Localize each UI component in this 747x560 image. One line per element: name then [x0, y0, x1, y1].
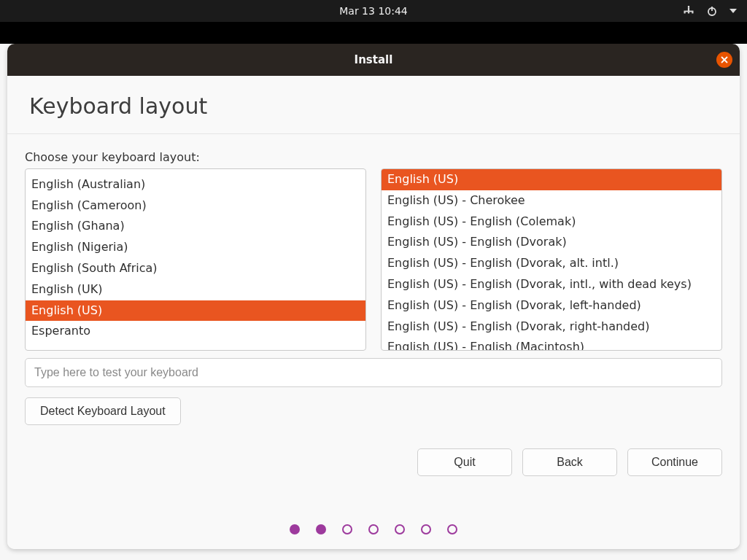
- window-close-button[interactable]: [716, 52, 732, 68]
- progress-dot: [316, 524, 326, 534]
- system-tray[interactable]: [683, 0, 737, 22]
- title-bar: Install: [7, 44, 740, 76]
- svg-rect-1: [688, 7, 689, 11]
- layout-language-item[interactable]: English (UK): [26, 279, 365, 300]
- network-icon[interactable]: [683, 5, 694, 17]
- layout-variant-item[interactable]: English (US): [382, 169, 721, 190]
- choose-layout-label: Choose your keyboard layout:: [25, 150, 722, 164]
- quit-button[interactable]: Quit: [417, 448, 512, 476]
- continue-button[interactable]: Continue: [627, 448, 722, 476]
- layout-language-item[interactable]: English (Australian): [26, 174, 365, 195]
- layout-variant-item[interactable]: English (US) - English (Dvorak, right-ha…: [382, 316, 721, 338]
- svg-rect-0: [688, 6, 689, 7]
- gnome-top-bar: Mar 13 10:44: [0, 0, 747, 22]
- layout-language-item[interactable]: English (Cameroon): [26, 195, 365, 217]
- layout-variant-list[interactable]: English (US)English (US) - CherokeeEngli…: [381, 168, 722, 351]
- layout-variant-item[interactable]: English (US) - English (Dvorak, left-han…: [382, 295, 721, 316]
- layout-language-item[interactable]: English (Nigeria): [26, 237, 365, 258]
- layout-variant-item[interactable]: English (US) - English (Dvorak, intl., w…: [382, 274, 721, 295]
- layout-variant-item[interactable]: English (US) - English (Macintosh): [382, 337, 721, 351]
- layout-variant-item[interactable]: English (US) - English (Dvorak, alt. int…: [382, 253, 721, 274]
- back-button[interactable]: Back: [522, 448, 617, 476]
- progress-dot: [368, 524, 379, 534]
- clock: Mar 13 10:44: [339, 5, 407, 17]
- svg-rect-2: [684, 12, 686, 13]
- progress-dot: [421, 524, 431, 534]
- layout-language-item[interactable]: English (Ghana): [26, 216, 365, 237]
- window-title: Install: [355, 53, 393, 66]
- svg-rect-3: [688, 12, 689, 13]
- layout-variant-item[interactable]: English (US) - English (Colemak): [382, 211, 721, 233]
- keyboard-test-input[interactable]: [25, 358, 722, 387]
- progress-dot: [447, 524, 457, 534]
- installer-window: Install Keyboard layout Choose your keyb…: [7, 44, 740, 549]
- layout-language-item[interactable]: English (US): [26, 300, 365, 322]
- progress-dot: [395, 524, 405, 534]
- layout-language-item[interactable]: Dzongkha: [26, 168, 365, 174]
- progress-dot: [290, 524, 300, 534]
- svg-rect-5: [684, 11, 694, 12]
- svg-marker-8: [729, 9, 737, 13]
- page-title: Keyboard layout: [29, 93, 718, 119]
- progress-dots: [7, 524, 740, 549]
- layout-language-list[interactable]: DzongkhaEnglish (Australian)English (Cam…: [25, 168, 366, 351]
- layout-language-item[interactable]: English (South Africa): [26, 258, 365, 279]
- progress-dot: [342, 524, 352, 534]
- layout-variant-item[interactable]: English (US) - Cherokee: [382, 190, 721, 211]
- desktop-background-strip: [0, 22, 747, 44]
- detect-layout-button[interactable]: Detect Keyboard Layout: [25, 397, 181, 425]
- power-icon[interactable]: [706, 5, 718, 17]
- svg-rect-4: [692, 12, 693, 13]
- layout-language-item[interactable]: Esperanto: [26, 321, 365, 342]
- chevron-down-icon[interactable]: [729, 7, 737, 15]
- layout-variant-item[interactable]: English (US) - English (Dvorak): [382, 232, 721, 253]
